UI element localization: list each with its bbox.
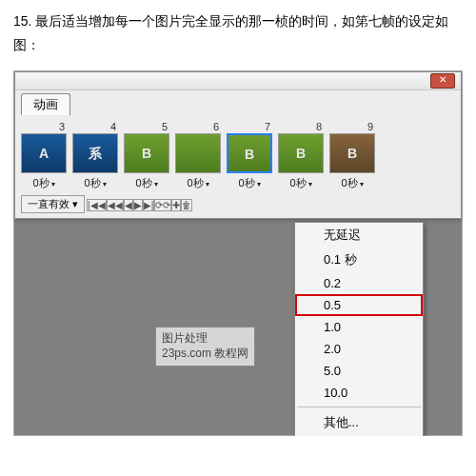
loop-dropdown[interactable]: 一直有效 ▾ (21, 195, 85, 213)
watermark-line1: 图片处理 (162, 331, 208, 345)
frame-number: 9 (329, 121, 375, 132)
frame-thumbnail[interactable]: B (227, 133, 272, 173)
chevron-down-icon: ▾ (51, 180, 55, 188)
menu-item[interactable]: 其他... (295, 410, 423, 435)
watermark: 图片处理 23ps.com 教程网 (155, 327, 255, 366)
menu-item[interactable]: 1.0 (295, 316, 423, 338)
thumb-letter (176, 134, 220, 146)
menu-item-label: 其他... (324, 415, 359, 429)
menu-item-label: 1.0 (324, 320, 341, 334)
chevron-down-icon: ▾ (360, 180, 364, 188)
frame-delay[interactable]: 0秒▾ (124, 176, 169, 190)
frame-delay[interactable]: 0秒▾ (175, 176, 221, 190)
frame-6[interactable]: 60秒▾ (175, 121, 221, 190)
delay-context-menu: 无延迟0.1 秒0.20.51.02.05.010.0其他...✓0 秒 (294, 222, 424, 436)
menu-item-label: 2.0 (324, 342, 341, 356)
frame-number: 3 (21, 121, 67, 132)
control-button-3[interactable]: ▶ (133, 199, 143, 211)
control-button-4[interactable]: ▶| (143, 199, 155, 211)
menu-item-label: 无延迟 (324, 228, 361, 242)
control-button-1[interactable]: ◀◀ (107, 199, 124, 211)
watermark-line2: 23ps.com 教程网 (162, 347, 248, 360)
animation-panel: ✕ 动画 3A0秒▾4系0秒▾5B0秒▾60秒▾7B0秒▾8B0秒▾9B0秒▾ … (14, 71, 462, 219)
frame-8[interactable]: 8B0秒▾ (278, 121, 324, 190)
frame-3[interactable]: 3A0秒▾ (21, 121, 67, 190)
menu-item-label: 0.2 (324, 276, 341, 290)
menu-item-label: 0.1 秒 (324, 252, 357, 267)
workspace: ✕ 动画 3A0秒▾4系0秒▾5B0秒▾60秒▾7B0秒▾8B0秒▾9B0秒▾ … (13, 70, 463, 436)
thumb-letter: 系 (73, 134, 117, 163)
menu-item[interactable]: 0.1 秒 (295, 248, 423, 272)
frame-thumbnail[interactable]: B (329, 133, 375, 173)
menu-item-label: 5.0 (324, 364, 341, 378)
thumb-letter: B (330, 134, 374, 161)
control-button-7[interactable]: 🗑 (181, 199, 192, 211)
thumb-letter: B (279, 134, 323, 161)
frame-number: 6 (175, 121, 221, 132)
chevron-down-icon: ▾ (206, 180, 209, 188)
instruction-text: 15. 最后适当增加每一个图片完全显示的那一桢的时间，如第七帧的设定如图： (0, 0, 476, 67)
menu-item[interactable]: 无延迟 (295, 223, 423, 248)
frame-number: 7 (227, 121, 272, 132)
menu-item[interactable]: 0.5 (295, 294, 423, 316)
control-button-2[interactable]: ◀ (124, 199, 133, 211)
close-button[interactable]: ✕ (430, 73, 455, 89)
frame-number: 5 (124, 121, 169, 132)
controls-bar: 一直有效 ▾ |◀◀◀◀◀▶▶|⟳⟳✚🗑 (15, 192, 461, 218)
frame-thumbnail[interactable]: B (124, 133, 169, 173)
frame-thumbnail[interactable]: B (278, 133, 324, 173)
frame-delay[interactable]: 0秒▾ (278, 176, 324, 190)
chevron-down-icon: ▾ (308, 180, 312, 188)
frame-delay[interactable]: 0秒▾ (227, 176, 272, 190)
menu-item[interactable]: 2.0 (295, 338, 423, 360)
tab-animation[interactable]: 动画 (21, 93, 70, 115)
control-button-6[interactable]: ✚ (171, 199, 181, 211)
frame-delay[interactable]: 0秒▾ (21, 176, 67, 190)
chevron-down-icon: ▾ (257, 180, 261, 188)
thumb-letter: B (228, 135, 270, 162)
menu-separator (297, 407, 421, 407)
menu-item[interactable]: 0.2 (295, 272, 423, 294)
menu-item[interactable]: 5.0 (295, 360, 423, 382)
panel-titlebar[interactable]: ✕ (15, 72, 461, 90)
frame-9[interactable]: 9B0秒▾ (329, 121, 375, 190)
control-button-5[interactable]: ⟳⟳ (154, 199, 171, 211)
frame-thumbnail[interactable]: A (21, 133, 67, 173)
frame-delay[interactable]: 0秒▾ (72, 176, 118, 190)
tab-row: 动画 (15, 90, 461, 115)
frame-delay[interactable]: 0秒▾ (329, 176, 375, 190)
chevron-down-icon: ▾ (154, 180, 158, 188)
control-button-0[interactable]: |◀◀ (87, 199, 107, 211)
menu-item-label: 0.5 (324, 298, 341, 312)
frame-thumbnail[interactable]: 系 (72, 133, 118, 173)
menu-item-label: 10.0 (324, 386, 347, 400)
frame-number: 8 (278, 121, 324, 132)
frame-strip: 3A0秒▾4系0秒▾5B0秒▾60秒▾7B0秒▾8B0秒▾9B0秒▾ (15, 115, 461, 192)
thumb-letter: B (125, 134, 169, 161)
frame-4[interactable]: 4系0秒▾ (72, 121, 118, 190)
chevron-down-icon: ▾ (103, 180, 107, 188)
menu-item[interactable]: 10.0 (295, 382, 423, 404)
frame-7[interactable]: 7B0秒▾ (227, 121, 272, 190)
thumb-letter: A (22, 134, 66, 161)
frame-5[interactable]: 5B0秒▾ (124, 121, 169, 190)
frame-number: 4 (72, 121, 118, 132)
frame-thumbnail[interactable] (175, 133, 221, 173)
